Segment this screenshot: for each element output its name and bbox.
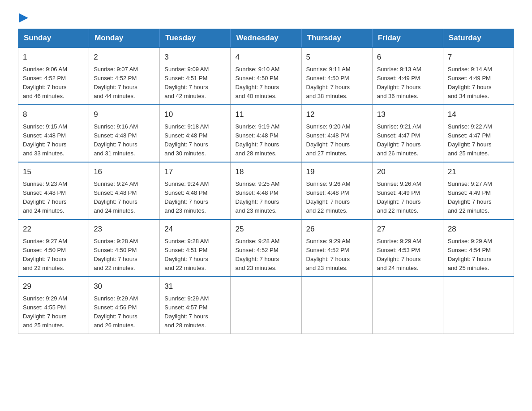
day-number: 28 [448,223,509,235]
week-row-5: 29Sunrise: 9:29 AMSunset: 4:55 PMDayligh… [18,277,514,334]
day-number: 17 [164,166,226,178]
day-cell: 13Sunrise: 9:21 AMSunset: 4:47 PMDayligh… [372,105,443,162]
day-info: Sunrise: 9:29 AMSunset: 4:55 PMDaylight:… [23,294,84,330]
day-cell [443,277,514,334]
day-cell: 4Sunrise: 9:10 AMSunset: 4:50 PMDaylight… [231,47,301,105]
day-info: Sunrise: 9:29 AMSunset: 4:56 PMDaylight:… [94,294,155,330]
day-info: Sunrise: 9:27 AMSunset: 4:49 PMDaylight:… [448,180,509,216]
header-cell-friday: Friday [372,29,443,48]
day-number: 25 [235,223,296,235]
day-number: 23 [94,223,155,235]
header-cell-monday: Monday [89,29,160,48]
day-info: Sunrise: 9:27 AMSunset: 4:50 PMDaylight:… [23,237,84,273]
day-info: Sunrise: 9:28 AMSunset: 4:51 PMDaylight:… [164,237,226,273]
day-cell: 19Sunrise: 9:26 AMSunset: 4:48 PMDayligh… [301,162,372,219]
day-cell: 27Sunrise: 9:29 AMSunset: 4:53 PMDayligh… [372,219,443,277]
header-cell-sunday: Sunday [18,29,89,48]
day-number: 13 [377,109,438,120]
day-number: 2 [94,51,155,63]
day-info: Sunrise: 9:14 AMSunset: 4:49 PMDaylight:… [448,65,509,101]
day-number: 19 [306,166,368,178]
week-row-4: 22Sunrise: 9:27 AMSunset: 4:50 PMDayligh… [18,219,514,277]
day-info: Sunrise: 9:07 AMSunset: 4:52 PMDaylight:… [94,65,155,101]
day-number: 31 [164,281,226,292]
day-cell [231,277,301,334]
day-cell: 6Sunrise: 9:13 AMSunset: 4:49 PMDaylight… [372,47,443,105]
calendar-body: 1Sunrise: 9:06 AMSunset: 4:52 PMDaylight… [18,47,514,334]
day-number: 20 [377,166,438,178]
day-cell: 30Sunrise: 9:29 AMSunset: 4:56 PMDayligh… [89,277,160,334]
day-number: 5 [306,51,368,63]
day-number: 12 [306,109,368,120]
day-info: Sunrise: 9:16 AMSunset: 4:48 PMDaylight:… [94,122,155,158]
day-info: Sunrise: 9:23 AMSunset: 4:48 PMDaylight:… [23,180,84,216]
day-number: 3 [164,51,226,63]
day-cell: 15Sunrise: 9:23 AMSunset: 4:48 PMDayligh… [18,162,89,219]
logo [18,13,28,20]
day-cell: 25Sunrise: 9:28 AMSunset: 4:52 PMDayligh… [231,219,301,277]
day-info: Sunrise: 9:11 AMSunset: 4:50 PMDaylight:… [306,65,368,101]
header-row: SundayMondayTuesdayWednesdayThursdayFrid… [18,29,514,48]
svg-marker-0 [19,13,28,22]
header-cell-wednesday: Wednesday [231,29,301,48]
day-cell: 10Sunrise: 9:18 AMSunset: 4:48 PMDayligh… [160,105,231,162]
day-number: 6 [377,51,438,63]
day-number: 21 [448,166,509,178]
day-info: Sunrise: 9:26 AMSunset: 4:49 PMDaylight:… [377,180,438,216]
day-info: Sunrise: 9:06 AMSunset: 4:52 PMDaylight:… [23,65,84,101]
day-number: 24 [164,223,226,235]
day-info: Sunrise: 9:10 AMSunset: 4:50 PMDaylight:… [235,65,296,101]
day-cell: 21Sunrise: 9:27 AMSunset: 4:49 PMDayligh… [443,162,514,219]
day-cell [372,277,443,334]
day-info: Sunrise: 9:26 AMSunset: 4:48 PMDaylight:… [306,180,368,216]
day-number: 16 [94,166,155,178]
calendar-header: SundayMondayTuesdayWednesdayThursdayFrid… [18,29,514,48]
day-info: Sunrise: 9:21 AMSunset: 4:47 PMDaylight:… [377,122,438,158]
header-cell-thursday: Thursday [301,29,372,48]
day-info: Sunrise: 9:28 AMSunset: 4:50 PMDaylight:… [94,237,155,273]
day-info: Sunrise: 9:29 AMSunset: 4:57 PMDaylight:… [164,294,226,330]
header-cell-saturday: Saturday [443,29,514,48]
day-cell [301,277,372,334]
day-info: Sunrise: 9:18 AMSunset: 4:48 PMDaylight:… [164,122,226,158]
logo-line1 [18,13,28,22]
day-info: Sunrise: 9:25 AMSunset: 4:48 PMDaylight:… [235,180,296,216]
day-cell: 5Sunrise: 9:11 AMSunset: 4:50 PMDaylight… [301,47,372,105]
day-cell: 2Sunrise: 9:07 AMSunset: 4:52 PMDaylight… [89,47,160,105]
week-row-2: 8Sunrise: 9:15 AMSunset: 4:48 PMDaylight… [18,105,514,162]
day-number: 27 [377,223,438,235]
day-number: 30 [94,281,155,292]
day-number: 14 [448,109,509,120]
day-number: 18 [235,166,296,178]
day-info: Sunrise: 9:24 AMSunset: 4:48 PMDaylight:… [164,180,226,216]
logo-arrow-icon [19,13,28,22]
day-cell: 14Sunrise: 9:22 AMSunset: 4:47 PMDayligh… [443,105,514,162]
day-cell: 9Sunrise: 9:16 AMSunset: 4:48 PMDaylight… [89,105,160,162]
day-cell: 24Sunrise: 9:28 AMSunset: 4:51 PMDayligh… [160,219,231,277]
day-cell: 29Sunrise: 9:29 AMSunset: 4:55 PMDayligh… [18,277,89,334]
day-number: 22 [23,223,84,235]
header-cell-tuesday: Tuesday [160,29,231,48]
day-number: 10 [164,109,226,120]
day-info: Sunrise: 9:29 AMSunset: 4:53 PMDaylight:… [377,237,438,273]
calendar-table: SundayMondayTuesdayWednesdayThursdayFrid… [18,29,514,334]
day-cell: 18Sunrise: 9:25 AMSunset: 4:48 PMDayligh… [231,162,301,219]
day-number: 29 [23,281,84,292]
day-cell: 7Sunrise: 9:14 AMSunset: 4:49 PMDaylight… [443,47,514,105]
day-info: Sunrise: 9:20 AMSunset: 4:48 PMDaylight:… [306,122,368,158]
day-cell: 3Sunrise: 9:09 AMSunset: 4:51 PMDaylight… [160,47,231,105]
day-cell: 17Sunrise: 9:24 AMSunset: 4:48 PMDayligh… [160,162,231,219]
day-cell: 8Sunrise: 9:15 AMSunset: 4:48 PMDaylight… [18,105,89,162]
day-cell: 20Sunrise: 9:26 AMSunset: 4:49 PMDayligh… [372,162,443,219]
day-cell: 26Sunrise: 9:29 AMSunset: 4:52 PMDayligh… [301,219,372,277]
day-number: 7 [448,51,509,63]
day-info: Sunrise: 9:19 AMSunset: 4:48 PMDaylight:… [235,122,296,158]
day-cell: 22Sunrise: 9:27 AMSunset: 4:50 PMDayligh… [18,219,89,277]
day-number: 26 [306,223,368,235]
page-header [18,13,514,20]
day-cell: 23Sunrise: 9:28 AMSunset: 4:50 PMDayligh… [89,219,160,277]
day-cell: 31Sunrise: 9:29 AMSunset: 4:57 PMDayligh… [160,277,231,334]
day-cell: 1Sunrise: 9:06 AMSunset: 4:52 PMDaylight… [18,47,89,105]
day-cell: 28Sunrise: 9:29 AMSunset: 4:54 PMDayligh… [443,219,514,277]
day-info: Sunrise: 9:22 AMSunset: 4:47 PMDaylight:… [448,122,509,158]
